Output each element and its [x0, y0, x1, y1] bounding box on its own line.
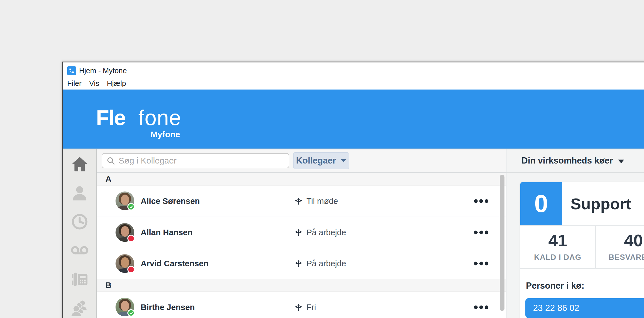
- logo-text-light: fone: [138, 107, 181, 128]
- presence-badge: [127, 309, 135, 317]
- contact-row[interactable]: Alice Sørensen Til møde: [97, 186, 506, 217]
- filter-dropdown-button[interactable]: Kollegaer: [293, 152, 349, 169]
- search-band: Kollegaer: [97, 149, 506, 173]
- colleagues-pane: Kollegaer A Alice Sørensen: [97, 149, 506, 318]
- contact-status: På arbejde: [295, 259, 346, 268]
- sidebar-item-deskphone[interactable]: [63, 265, 96, 294]
- queues-dropdown[interactable]: Din virksomheds køer: [506, 149, 644, 173]
- sidebar-item-home[interactable]: [63, 150, 96, 178]
- logo-x-glyph: x: [125, 107, 138, 128]
- queue-stats: 41 KALD I DAG 40 BESVAREDE: [520, 225, 644, 269]
- logo-subtitle: Myfone: [96, 130, 181, 139]
- call-routing-icon: [295, 303, 303, 311]
- contact-section: B Birthe Jensen Fri: [97, 279, 506, 318]
- menubar: Filer Vis Hjælp: [63, 79, 644, 90]
- flexfone-logo: Flexfone Myfone: [96, 107, 181, 139]
- section-rows: Birthe Jensen Fri: [97, 292, 506, 318]
- groups-icon: [71, 299, 89, 317]
- check-icon: [129, 311, 133, 315]
- presence-badge: [127, 203, 135, 210]
- contact-status: Til møde: [295, 197, 338, 206]
- contact-status: Fri: [295, 303, 316, 312]
- avatar: [116, 223, 134, 242]
- more-options-button[interactable]: [474, 229, 488, 236]
- stat-calls-today: 41 KALD I DAG: [520, 226, 596, 268]
- queue-waiting-count: 0: [520, 182, 562, 225]
- contact-name: Alice Sørensen: [141, 197, 200, 206]
- section-rows: Alice Sørensen Til møde: [97, 186, 506, 279]
- section-letter: A: [97, 173, 506, 186]
- sidebar-item-history[interactable]: [63, 207, 96, 236]
- titlebar: Hjem - Myfone: [63, 62, 644, 79]
- more-options-button[interactable]: [474, 304, 488, 311]
- search-icon: [107, 157, 115, 165]
- deskphone-icon: [71, 272, 88, 286]
- more-options-button[interactable]: [474, 260, 488, 267]
- call-routing-icon: [295, 228, 303, 236]
- sidebar-item-voicemail[interactable]: [63, 236, 96, 265]
- contact-status-text: På arbejde: [306, 259, 346, 268]
- queues-pane: Din virksomheds køer 0 Support 41 KALD I…: [506, 149, 644, 318]
- queue-members-label: Personer i kø:: [526, 281, 644, 291]
- queue-card-header: 0 Support: [520, 182, 644, 225]
- contact-status: På arbejde: [295, 228, 346, 237]
- phone-icon[interactable]: [67, 66, 76, 75]
- menu-filer[interactable]: Filer: [67, 79, 82, 88]
- chevron-down-icon: [618, 160, 624, 163]
- avatar: [116, 298, 134, 316]
- contact-name: Allan Hansen: [141, 228, 193, 237]
- contact-status-text: Fri: [306, 303, 316, 312]
- contact-name: Arvid Carstensen: [141, 259, 208, 268]
- contact-row[interactable]: Arvid Carstensen På arbejde: [97, 248, 506, 279]
- stat-value: 41: [548, 232, 567, 249]
- avatar: [116, 254, 134, 273]
- contact-row[interactable]: Allan Hansen På arbejde: [97, 217, 506, 248]
- stat-value: 40: [624, 232, 643, 249]
- call-routing-icon: [295, 260, 303, 267]
- avatar: [116, 191, 134, 210]
- stat-label: BESVAREDE: [609, 253, 644, 262]
- nav-sidebar: [63, 149, 97, 318]
- scrollbar-thumb[interactable]: [500, 175, 504, 311]
- contact-name: Birthe Jensen: [141, 303, 195, 312]
- clock-icon: [71, 214, 88, 230]
- queues-header-label: Din virksomheds køer: [521, 156, 613, 166]
- chevron-down-icon: [341, 159, 346, 162]
- queue-members-section: Personer i kø: 23 22 86 02: [520, 269, 644, 318]
- search-box: [102, 153, 289, 168]
- contact-icon: [72, 185, 88, 201]
- menu-hjaelp[interactable]: Hjælp: [107, 79, 126, 88]
- logo-text-bold: Fle: [96, 107, 125, 128]
- check-icon: [129, 205, 133, 209]
- section-letter: B: [97, 279, 506, 292]
- sidebar-item-contacts[interactable]: [63, 178, 96, 207]
- queue-card-support: 0 Support 41 KALD I DAG 40 BESVAREDE Per…: [520, 182, 644, 318]
- window-title: Hjem - Myfone: [79, 66, 127, 75]
- contact-row[interactable]: Birthe Jensen Fri: [97, 292, 506, 318]
- queue-member-number[interactable]: 23 22 86 02: [525, 298, 644, 318]
- stat-label: KALD I DAG: [534, 253, 582, 262]
- contact-section: A Alice Sørensen Til: [97, 173, 506, 279]
- voicemail-icon: [71, 245, 88, 256]
- queue-name: Support: [571, 182, 631, 225]
- presence-badge: [127, 235, 135, 242]
- search-input[interactable]: [119, 156, 277, 165]
- contact-list: A Alice Sørensen Til: [97, 173, 506, 318]
- filter-label: Kollegaer: [296, 156, 336, 166]
- contact-status-text: Til møde: [306, 197, 338, 206]
- menu-vis[interactable]: Vis: [89, 79, 99, 88]
- sidebar-item-groups[interactable]: [63, 294, 96, 318]
- brand-header: Flexfone Myfone: [63, 90, 644, 149]
- home-icon: [71, 156, 88, 172]
- call-routing-icon: [295, 197, 303, 205]
- contact-status-text: På arbejde: [306, 228, 346, 237]
- myfone-window: Hjem - Myfone Filer Vis Hjælp Flexfone M…: [62, 62, 644, 318]
- more-options-button[interactable]: [474, 198, 488, 205]
- stat-answered: 40 BESVAREDE: [596, 226, 644, 268]
- presence-badge: [127, 266, 135, 273]
